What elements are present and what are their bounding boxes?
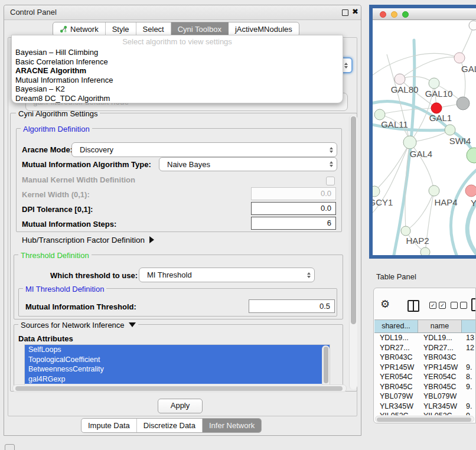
list-vertical-scrollbar[interactable] <box>322 345 330 389</box>
hub-section-text: Hub/Transcription Factor Definition <box>22 236 145 244</box>
table-cell: YLR345W <box>380 402 413 412</box>
collapse-down-icon[interactable] <box>129 322 136 327</box>
tab-cyni-toolbox[interactable]: Cyni Toolbox <box>171 22 229 36</box>
gear-icon[interactable]: ⚙ <box>380 299 390 309</box>
scrollbar-thumb[interactable] <box>324 347 328 383</box>
scrollbar-thumb[interactable] <box>377 418 471 422</box>
checked-columns-icon[interactable]: ✓✓ <box>429 302 446 309</box>
aracne-mode-label: Aracne Mode: <box>22 145 73 154</box>
algorithm-option[interactable]: Mutual Information Inference <box>12 76 343 85</box>
network-node[interactable] <box>420 247 430 255</box>
split-columns-icon[interactable] <box>407 300 419 312</box>
settings-horizontal-scrollbar[interactable] <box>12 384 347 392</box>
aracne-mode-value: Discovery <box>72 145 326 154</box>
column-header-name[interactable]: name <box>418 320 462 332</box>
close-icon[interactable]: ✖ <box>352 7 358 16</box>
table-cell: YDL19... <box>423 333 452 343</box>
table-row[interactable]: YBR043CYBR043C <box>374 353 476 363</box>
apply-button[interactable]: Apply <box>158 399 203 413</box>
mi-threshold-field[interactable]: 0.5 <box>249 299 335 313</box>
table-row[interactable]: YBL079WYBL079W <box>374 392 476 402</box>
column-header-partial[interactable] <box>462 320 476 332</box>
aracne-mode-combo[interactable]: Discovery <box>71 142 337 157</box>
document-icon[interactable] <box>471 298 476 311</box>
network-node[interactable] <box>374 109 385 120</box>
table-cell: 12 <box>466 343 474 353</box>
data-attribute-item[interactable]: TopologicalCoefficient <box>25 355 330 365</box>
algorithm-option[interactable]: Bayesian – K2 <box>12 84 343 94</box>
apply-label: Apply <box>171 401 190 410</box>
network-node[interactable] <box>454 53 465 63</box>
float-panel-icon[interactable] <box>342 9 348 16</box>
sources-group-title[interactable]: Sources for Network Inference <box>18 321 138 330</box>
unchecked-columns-icon[interactable] <box>451 302 467 309</box>
network-node[interactable] <box>373 186 380 197</box>
table-cell: YBL079W <box>423 392 457 402</box>
tab-discretize-data[interactable]: Discretize Data <box>137 419 203 432</box>
algorithm-option[interactable]: Basic Correlation Inference <box>12 57 343 67</box>
table-body[interactable]: YDL19...YDL19...13YDR27...YDR27...12YBR0… <box>374 333 476 415</box>
table-row[interactable]: YER054CYER054C8. <box>374 372 476 382</box>
network-canvas[interactable]: GALGAL80GAL10GAL1GAL11SWI4GAL4GCY1HAP4YH… <box>373 20 476 255</box>
network-node[interactable] <box>469 21 476 30</box>
algorithm-option[interactable]: ARACNE Algorithm <box>12 66 343 76</box>
network-icon <box>60 25 67 33</box>
tab-impute-data[interactable]: Impute Data <box>81 419 137 432</box>
mi-steps-field[interactable]: 6 <box>251 217 336 230</box>
which-threshold-combo[interactable]: MI Threshold <box>139 268 315 282</box>
network-node[interactable] <box>445 125 455 135</box>
algorithm-option[interactable]: Bayesian – Hill Climbing <box>12 48 343 57</box>
scrollbar-thumb[interactable] <box>351 116 356 324</box>
minimized-panel-icon[interactable] <box>5 444 15 450</box>
table-row[interactable]: YLR345WYLR345W9. <box>374 402 476 412</box>
table-row[interactable]: YPR145WYPR145W9. <box>374 363 476 373</box>
tab-select[interactable]: Select <box>136 22 171 36</box>
mi-threshold-value: 0.5 <box>319 302 330 311</box>
network-node[interactable] <box>395 74 405 84</box>
network-node[interactable] <box>467 148 476 163</box>
network-node[interactable] <box>429 78 439 89</box>
table-row[interactable]: YDR27...YDR27...12 <box>374 343 476 353</box>
table-row[interactable]: YDL19...YDL19...13 <box>374 333 476 343</box>
column-header-shared[interactable]: shared... <box>374 320 418 332</box>
table-row[interactable]: YBR045CYBR045C9. <box>374 382 476 392</box>
network-node[interactable] <box>431 103 442 113</box>
tab-network[interactable]: Network <box>53 22 106 36</box>
table-horizontal-scrollbar[interactable] <box>375 416 474 422</box>
data-attribute-item[interactable]: SelfLoops <box>25 345 330 355</box>
panel-title: Control Panel <box>10 8 57 17</box>
network-node[interactable] <box>401 226 410 236</box>
table-cell: 9. <box>466 363 472 373</box>
kernel-width-field[interactable]: 0.0 <box>251 187 336 200</box>
network-node[interactable] <box>403 136 416 149</box>
node-label: Y <box>471 198 476 208</box>
hub-section-label[interactable]: Hub/Transcription Factor Definition <box>22 236 154 244</box>
table-row[interactable]: YIL052CYIL052C9. <box>374 411 476 415</box>
tab-jactivemnodules[interactable]: jActiveMNodules <box>229 22 299 36</box>
table-cell: YLR345W <box>423 402 457 412</box>
table-cell: 9. <box>466 411 472 415</box>
algorithm-option[interactable]: Dream8 DC_TDC Algorithm <box>12 94 343 103</box>
settings-vertical-scrollbar[interactable] <box>349 115 357 389</box>
network-node[interactable] <box>465 185 476 197</box>
scrollbar-thumb[interactable] <box>15 386 343 391</box>
data-attributes-list[interactable]: SelfLoopsTopologicalCoefficientBetweenne… <box>24 344 330 390</box>
data-attribute-item[interactable]: gal4RGexp <box>25 374 330 384</box>
node-label: HAP2 <box>406 236 429 246</box>
table-cell: YER054C <box>380 372 413 382</box>
close-light-icon[interactable] <box>380 11 386 18</box>
data-attribute-item[interactable]: BetweennessCentrality <box>25 364 330 374</box>
cyni-mode-tabs: Impute Data Discretize Data Infer Networ… <box>81 418 262 433</box>
tab-label: Style <box>112 25 129 34</box>
network-node[interactable] <box>429 185 439 196</box>
dpi-tolerance-field[interactable]: 0.0 <box>251 202 336 215</box>
tab-style[interactable]: Style <box>106 22 136 36</box>
minimize-light-icon[interactable] <box>391 11 397 18</box>
zoom-light-icon[interactable] <box>402 11 409 18</box>
tab-infer-network[interactable]: Infer Network <box>203 419 261 432</box>
combo-spinner-icon <box>304 272 314 278</box>
expand-right-icon[interactable] <box>149 236 154 243</box>
mi-type-combo[interactable]: Naive Bayes <box>159 157 337 171</box>
manual-kernel-checkbox[interactable] <box>326 177 335 185</box>
network-node[interactable] <box>457 97 470 110</box>
